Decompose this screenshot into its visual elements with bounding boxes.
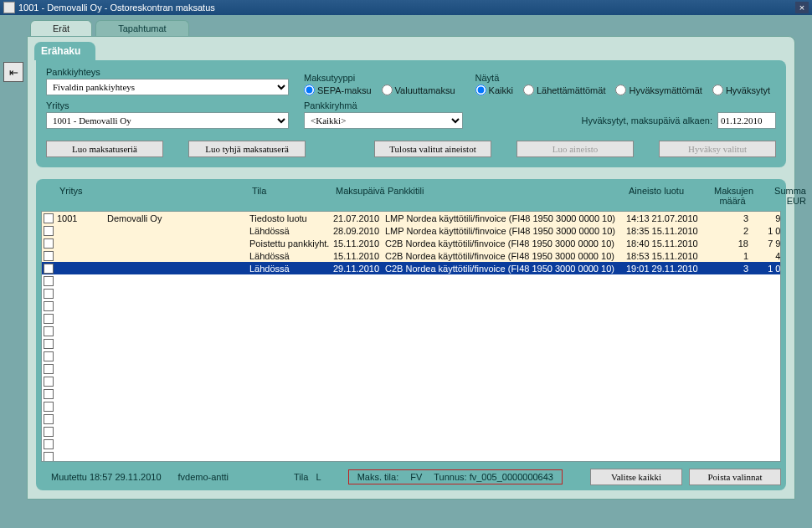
table-row[interactable]: 1001Demovalli OyTiedosto luotu21.07.2010… [42,212,780,224]
col-tila: Tila [252,186,336,206]
select-yritys[interactable]: 1001 - Demovalli Oy [46,112,289,129]
select-pankkiyhteys[interactable]: Fivaldin pankkiyhteys [46,79,289,95]
label-pankkiryhma: Pankkiryhmä [304,100,463,110]
label-hyvdate: Hyväksytyt, maksupäivä alkaen: [581,115,712,126]
status-bar: Muutettu 18:57 29.11.2010 fvdemo-antti T… [41,469,781,485]
row-checkbox[interactable] [44,226,54,236]
table-row [42,387,780,400]
table-row[interactable]: Lähdössä29.11.2010C2B Nordea käyttötili/… [42,262,780,274]
table-row [42,400,780,413]
row-checkbox[interactable] [44,238,54,249]
app-icon [3,2,15,13]
table-row [42,337,780,350]
close-icon[interactable]: × [795,2,809,13]
table-row[interactable]: Lähdössä15.11.2010C2B Nordea käyttötili/… [42,249,780,262]
btn-luo-maksatuseria[interactable]: Luo maksatuseriä [46,141,163,157]
radio-sepa[interactable]: SEPA-maksu [304,85,372,95]
tab-erat[interactable]: Erät [30,20,92,36]
label-yritys: Yritys [46,100,289,110]
btn-poista-valinnat[interactable]: Poista valinnat [689,469,781,485]
input-hyvdate[interactable] [717,112,776,129]
label-maksutyyppi: Maksutyyppi [304,73,455,83]
table-row[interactable]: Lähdössä28.09.2010LMP Nordea käyttötili/… [42,224,780,237]
grid-header: Yritys Tila Maksupäivä Pankkitili Aineis… [41,184,781,211]
table-row [42,413,780,425]
tab-tapahtumat[interactable]: Tapahtumat [95,20,188,36]
status-user: fvdemo-antti [173,470,234,484]
select-pankkiryhma[interactable]: <Kaikki> [304,112,463,129]
table-row [42,287,780,300]
tabstrip: Erät Tapahtumat [27,20,795,36]
table-row [42,450,780,462]
table-row [42,438,780,450]
row-checkbox[interactable] [44,213,54,223]
titlebar: 1001 - Demovalli Oy - Ostoreskontran mak… [0,0,812,15]
btn-tulosta[interactable]: Tulosta valitut aineistot [374,141,491,157]
btn-hyvaksy-valitut[interactable]: Hyväksy valitut [659,141,776,157]
radio-lahettamattomat[interactable]: Lähettämättömät [523,85,606,95]
window-title: 1001 - Demovalli Oy - Ostoreskontran mak… [18,3,215,13]
label-pankkiyhteys: Pankkiyhteys [46,67,289,77]
filter-pane: Pankkiyhteys Fivaldin pankkiyhteys Maksu… [36,60,786,167]
main-panel: Erähaku Pankkiyhteys Fivaldin pankkiyhte… [27,36,795,500]
table-row[interactable]: Poistettu pankkiyht.15.11.2010C2B Nordea… [42,237,780,249]
dock-back-button[interactable]: ⇤ [3,62,23,82]
table-row [42,312,780,325]
col-maara: Maksujen määrä [714,186,756,206]
row-checkbox[interactable] [44,251,54,261]
status-redbox: Maks. tila: FV Tunnus: fv_005_0000000643 [348,469,563,484]
row-checkbox[interactable] [44,264,54,274]
table-row [42,425,780,438]
btn-valitse-kaikki[interactable]: Valitse kaikki [590,469,682,485]
radio-kaikki[interactable]: Kaikki [475,85,513,95]
grid-wrap: Yritys Tila Maksupäivä Pankkitili Aineis… [36,179,786,490]
table-row [42,362,780,375]
subtab-erahaku[interactable]: Erähaku [34,42,95,60]
radio-valuutta[interactable]: Valuuttamaksu [382,85,455,95]
radio-hyvaksymattomat[interactable]: Hyväksymättömät [615,85,702,95]
label-nayta: Näytä [475,73,771,83]
table-row [42,350,780,362]
col-pankkitili: Pankkitili [388,186,629,206]
btn-luo-tyhja[interactable]: Luo tyhjä maksatuserä [188,141,306,157]
btn-luo-aineisto[interactable]: Luo aineisto [516,141,634,157]
col-yritys: Yritys [59,186,110,206]
table-row [42,274,780,287]
table-row [42,325,780,337]
col-aineisto: Aineisto luotu [629,186,714,206]
table-row [42,300,780,312]
radio-hyvaksytyt[interactable]: Hyväksytyt [712,85,770,95]
grid-body[interactable]: 1001Demovalli OyTiedosto luotu21.07.2010… [41,211,781,462]
table-row [42,375,780,387]
col-maksupaiva: Maksupäivä [336,186,388,206]
col-summa: Summa EUR [756,186,806,206]
